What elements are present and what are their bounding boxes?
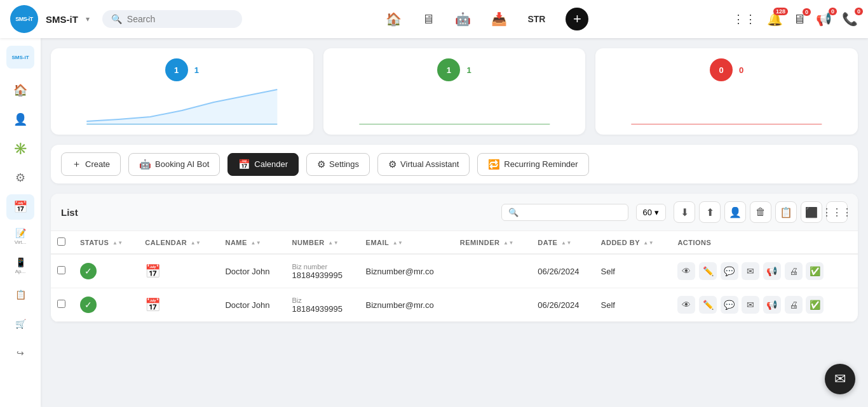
brand-logo[interactable]: SMS-iT <box>10 5 38 33</box>
megaphone-badge: 0 <box>829 8 837 15</box>
edit-btn-1[interactable]: ✏️ <box>699 262 717 280</box>
copy-icon-btn[interactable]: 📋 <box>775 201 797 223</box>
col-status: STATUS ▲▼ <box>74 231 139 254</box>
row-checkbox-2[interactable] <box>57 300 65 308</box>
chart-circle-3: 0 <box>710 58 733 81</box>
sidebar-item-user[interactable]: 👤 <box>6 107 34 132</box>
virtual-icon: 📝 <box>15 228 26 238</box>
nav-monitor-icon[interactable]: 🖥 <box>422 12 435 27</box>
sidebar-item-tools[interactable]: ⚙ <box>6 165 34 190</box>
sidebar-item-shop[interactable]: 🛒 <box>6 311 34 337</box>
row-name-1: Doctor John <box>219 254 285 288</box>
row-name-2: Doctor John <box>219 288 285 322</box>
virtual-assistant-button[interactable]: ⚙ Virtual Assistant <box>377 153 470 176</box>
status-check-2: ✓ <box>80 297 97 313</box>
home-icon: 🏠 <box>13 83 27 97</box>
row-calendar-1: 📅 <box>139 254 219 288</box>
per-page-select[interactable]: 60 ▾ <box>636 204 666 221</box>
sidebar-item-app[interactable]: 📱 Ap... <box>6 253 34 278</box>
phone-badge: 0 <box>855 8 863 15</box>
monitor-icon[interactable]: 🖥 0 <box>793 12 806 27</box>
sidebar-item-home[interactable]: 🏠 <box>6 77 34 103</box>
network-icon: ✳️ <box>13 142 27 156</box>
chat-btn-1[interactable]: 💬 <box>721 262 738 280</box>
list-search-wrap[interactable]: 🔍 <box>501 204 628 221</box>
nav-home-icon[interactable]: 🏠 <box>386 11 402 27</box>
brand-dropdown-icon[interactable]: ▾ <box>86 15 90 23</box>
row-number-2: Biz 18184939995 <box>285 288 359 322</box>
grid-icon[interactable]: ⋮⋮ <box>733 12 757 26</box>
create-button[interactable]: ＋ Create <box>61 152 121 176</box>
search-input[interactable] <box>127 14 233 24</box>
sidebar-item-network[interactable]: ✳️ <box>6 136 34 161</box>
check-btn-2[interactable]: ✅ <box>806 296 824 314</box>
chart-num-2: 1 <box>466 65 471 75</box>
settings-button[interactable]: ⚙ Settings <box>306 153 370 176</box>
sidebar-brand-logo[interactable]: SMS-iT <box>6 46 34 69</box>
table-body: ✓ 📅 Doctor John Biz number 18184939995 B… <box>51 254 858 322</box>
per-page-value: 60 <box>643 208 652 217</box>
phone-icon[interactable]: 📞 0 <box>842 11 858 27</box>
email-btn-2[interactable]: ✉ <box>742 296 759 314</box>
megaphone-icon[interactable]: 📢 0 <box>816 11 832 27</box>
calendar-icon: 📅 <box>13 200 27 214</box>
calender-icon: 📅 <box>238 159 250 170</box>
list-search-input[interactable] <box>522 208 621 217</box>
table-row: ✓ 📅 Doctor John Biz number 18184939995 B… <box>51 254 858 288</box>
nav-inbox-icon[interactable]: 📥 <box>491 11 507 27</box>
booking-ai-bot-button[interactable]: 🤖 Booking AI Bot <box>128 153 220 176</box>
top-nav: SMS-iT SMS-iT ▾ 🔍 🏠 🖥 🤖 📥 STR + ⋮⋮ 🔔 128… <box>0 0 868 38</box>
export-icon-btn[interactable]: ⬛ <box>801 201 822 223</box>
check-btn-1[interactable]: ✅ <box>806 262 824 280</box>
delete-icon-btn[interactable]: 🗑 <box>750 201 771 223</box>
main-content: 1 1 1 1 0 <box>41 38 868 407</box>
notifications-icon[interactable]: 🔔 128 <box>767 11 783 27</box>
recurring-reminder-button[interactable]: 🔁 Recurring Reminder <box>477 153 588 176</box>
download-icon-btn[interactable]: ⬇ <box>674 201 695 223</box>
edit-btn-2[interactable]: ✏️ <box>699 296 717 314</box>
list-header: List 🔍 60 ▾ ⬇ ⬆ 👤 🗑 📋 ⬛ ⋮⋮⋮ <box>51 194 858 231</box>
print-btn-2[interactable]: 🖨 <box>785 296 803 314</box>
monitor-badge: 0 <box>803 8 811 16</box>
row-reminder-1 <box>454 254 532 288</box>
nav-bot-icon[interactable]: 🤖 <box>455 11 471 27</box>
sidebar-item-logout[interactable]: ↪ <box>6 340 34 366</box>
nav-plus-button[interactable]: + <box>566 8 588 30</box>
col-date: DATE ▲▼ <box>531 231 594 254</box>
print-btn-1[interactable]: 🖨 <box>785 262 803 280</box>
chart-svg-1 <box>61 86 303 124</box>
user-icon: 👤 <box>13 112 27 126</box>
columns-icon-btn[interactable]: ⋮⋮⋮ <box>826 201 848 223</box>
chart-circle-2: 1 <box>437 58 460 81</box>
nav-str-label[interactable]: STR <box>527 14 545 24</box>
row-actions-2: 👁 ✏️ 💬 ✉ 📢 🖨 ✅ <box>671 288 858 322</box>
brand-logo-text: SMS-iT <box>15 16 33 22</box>
upload-icon-btn[interactable]: ⬆ <box>699 201 721 223</box>
row-checkbox-1[interactable] <box>57 266 65 274</box>
search-bar[interactable]: 🔍 <box>102 10 242 28</box>
table-header: STATUS ▲▼ CALENDAR ▲▼ NAME ▲▼ NUMBER ▲▼ <box>51 231 858 254</box>
select-all-checkbox[interactable] <box>57 237 65 246</box>
brand-name-label: SMS-iT <box>46 14 78 25</box>
row-added-by-2: Self <box>595 288 672 322</box>
toolbar: ＋ Create 🤖 Booking AI Bot 📅 Calender ⚙ S… <box>51 145 858 183</box>
email-btn-1[interactable]: ✉ <box>742 262 759 280</box>
row-calendar-2: 📅 <box>139 288 219 322</box>
chat-btn-2[interactable]: 💬 <box>721 296 738 314</box>
chart-circle-1: 1 <box>165 58 188 81</box>
assign-icon-btn[interactable]: 👤 <box>724 201 746 223</box>
sidebar-item-notes[interactable]: 📋 <box>6 282 34 307</box>
chat-bubble-button[interactable]: ✉ <box>825 364 855 394</box>
view-btn-1[interactable]: 👁 <box>677 262 695 280</box>
chart-card-2: 1 1 <box>323 48 586 135</box>
announce-btn-2[interactable]: 📢 <box>763 296 781 314</box>
sidebar-item-virtual[interactable]: 📝 Virt... <box>6 224 34 249</box>
sidebar-item-calendar[interactable]: 📅 <box>6 194 34 220</box>
list-search-icon: 🔍 <box>508 208 519 217</box>
view-btn-2[interactable]: 👁 <box>677 296 695 314</box>
announce-btn-1[interactable]: 📢 <box>763 262 781 280</box>
chart-svg-3 <box>606 86 848 124</box>
sidebar: SMS-iT 🏠 👤 ✳️ ⚙ 📅 📝 Virt... 📱 Ap... 📋 🛒 … <box>0 38 41 407</box>
data-table: STATUS ▲▼ CALENDAR ▲▼ NAME ▲▼ NUMBER ▲▼ <box>51 231 858 322</box>
calender-button[interactable]: 📅 Calender <box>227 153 299 176</box>
